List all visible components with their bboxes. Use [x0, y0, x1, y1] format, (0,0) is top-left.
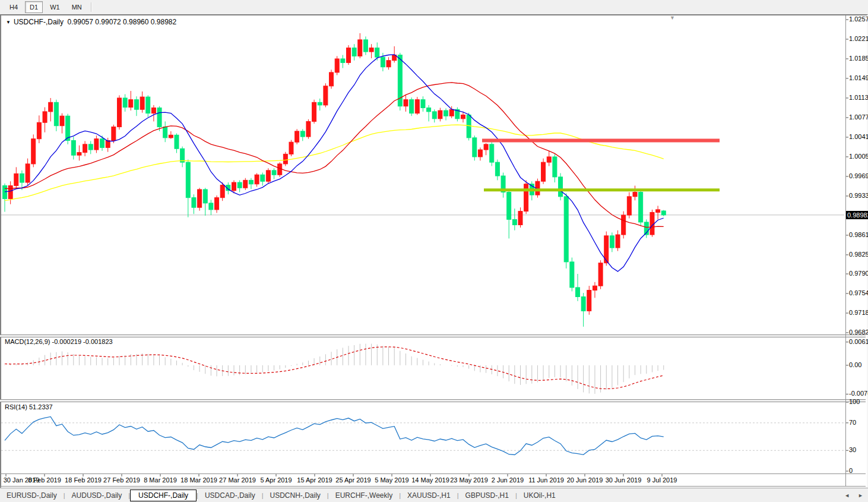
chart-tab-usdchf-daily[interactable]: USDCHF-,Daily — [130, 490, 197, 501]
chart-title: ▼USDCHF-,Daily 0.99057 0.99072 0.98960 0… — [6, 18, 176, 26]
price-tick: 1.01850 — [849, 55, 868, 62]
chart-tab-usdcnh-daily[interactable]: USDCNH-,Daily — [264, 490, 327, 501]
price-tick: 1.00770 — [849, 113, 868, 121]
price-axis-border — [845, 15, 846, 486]
timeframe-button-mn[interactable]: MN — [67, 1, 87, 13]
date-tick-label: 9 Jul 2019 — [635, 476, 689, 484]
timeframe-button-d1[interactable]: D1 — [25, 1, 43, 13]
chart-tab-bar: EURUSD-,Daily|AUDUSD-,Daily|USDCHF-,Dail… — [0, 488, 868, 502]
rsi-name: RSI(14) — [5, 403, 27, 411]
pane-separator — [0, 473, 866, 474]
price-tick: 0.99330 — [849, 192, 868, 199]
macd-tick: -0.00761 — [849, 390, 868, 397]
macd-indicator-label: MACD(12,26,9) -0.000219 -0.001823 — [5, 338, 113, 345]
price-tick: 1.01130 — [849, 94, 868, 101]
symbol-dropdown-icon[interactable]: ▼ — [6, 20, 11, 25]
chart-tab-eurusd-daily[interactable]: EURUSD-,Daily — [0, 490, 64, 501]
price-tick: 1.00410 — [849, 133, 868, 140]
price-tick: 0.97900 — [849, 270, 868, 277]
timeframe-button-w1[interactable]: W1 — [45, 1, 65, 13]
chart-tab-ukoil-h1[interactable]: UKOil-,H1 — [517, 490, 562, 501]
chart-tab-audusd-daily[interactable]: AUDUSD-,Daily — [65, 490, 129, 501]
symbol-name: USDCHF-,Daily — [14, 18, 64, 26]
chart-tab-eurchf-weekly[interactable]: EURCHF-,Weekly — [329, 490, 399, 501]
date-axis-border — [0, 486, 866, 487]
price-tick: 0.96820 — [849, 329, 868, 336]
macd-tick: 0.00613 — [849, 338, 868, 345]
rsi-tick: 100 — [849, 398, 860, 405]
macd-main-value: -0.000219 — [52, 338, 81, 345]
rsi-tick: 70 — [849, 419, 856, 426]
chart-tab-gbpusd-h1[interactable]: GBPUSD-,H1 — [459, 490, 515, 501]
current-price-tag: 0.98982 — [846, 211, 868, 219]
price-tick: 1.00050 — [849, 153, 868, 160]
price-tick: 0.97180 — [849, 309, 868, 316]
tab-scroll-right-icon[interactable]: ► — [858, 492, 863, 498]
price-tick: 0.98610 — [849, 231, 868, 238]
chart-tab-usdcad-daily[interactable]: USDCAD-,Daily — [198, 490, 262, 501]
price-tick: 0.97540 — [849, 289, 868, 296]
price-tick: 1.01490 — [849, 74, 868, 81]
rsi-indicator-label: RSI(14) 51.2337 — [5, 403, 53, 411]
chart-shift-marker-icon: ▼ — [670, 15, 675, 21]
macd-tick: 0.00 — [849, 361, 861, 368]
rsi-tick: 0 — [849, 467, 853, 474]
chart-tab-xauusd-h1[interactable]: XAUUSD-,H1 — [401, 490, 457, 501]
ohlc-low: 0.98960 — [123, 18, 148, 26]
macd-name: MACD(12,26,9) — [5, 338, 50, 345]
ohlc-close: 0.98982 — [151, 18, 176, 26]
price-tick: 0.99690 — [849, 172, 868, 179]
toolbar-separator — [91, 2, 92, 12]
price-tick: 1.02570 — [849, 15, 868, 23]
tab-scroll-left-icon[interactable]: ◄ — [844, 492, 850, 498]
ohlc-high: 0.99072 — [95, 18, 121, 26]
rsi-tick: 30 — [849, 446, 856, 453]
timeframe-toolbar: H4D1W1MN — [0, 0, 868, 15]
macd-signal-value: -0.001823 — [83, 338, 113, 345]
pane-separator[interactable] — [0, 399, 866, 402]
mt4-workspace: H4D1W1MN ▼USDCHF-,Daily 0.99057 0.99072 … — [0, 0, 868, 502]
price-tick: 0.98250 — [849, 251, 868, 258]
chart-window[interactable] — [0, 14, 868, 488]
timeframe-button-h4[interactable]: H4 — [5, 1, 23, 13]
price-tick: 1.02210 — [849, 35, 868, 42]
rsi-value: 51.2337 — [29, 403, 53, 411]
pane-separator[interactable] — [0, 334, 866, 337]
ohlc-open: 0.99057 — [68, 18, 93, 26]
